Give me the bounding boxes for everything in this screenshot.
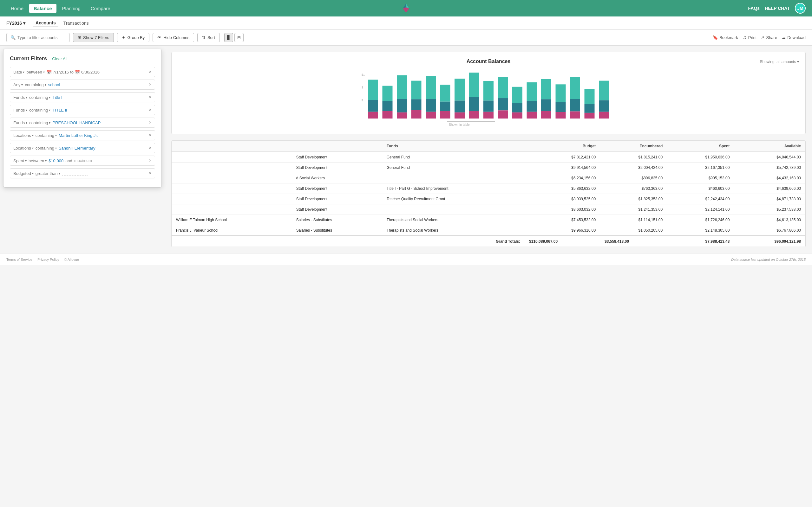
svg-rect-54 (599, 81, 609, 101)
filter-close-locations-1[interactable]: × (149, 132, 152, 138)
svg-text:Shown in table: Shown in table (449, 123, 470, 126)
fy-selector[interactable]: FY2016 ▾ (6, 20, 26, 26)
nav-planning[interactable]: Planning (58, 4, 85, 13)
nav-compare[interactable]: Compare (86, 4, 115, 13)
date-op-arrow: ▾ (43, 70, 45, 74)
table-row: Staff Development $8,603,032.00 $1,241,3… (171, 205, 805, 215)
filter-field-budgeted[interactable]: Budgeted ▾ (13, 171, 34, 176)
filter-row-spent: Spent ▾ between ▾ $10,000 and maximum × (10, 156, 155, 166)
chart-bar-button[interactable]: ▊ (224, 33, 233, 42)
share-icon: ↗ (761, 35, 764, 40)
sub-nav: FY2016 ▾ Accounts Transactions (0, 16, 812, 30)
sort-button[interactable]: ⇅ Sort (197, 33, 220, 42)
svg-rect-37 (512, 103, 522, 112)
filter-op-locations-1[interactable]: containing ▾ (36, 133, 57, 138)
col-header-funds: Funds (382, 141, 525, 152)
search-box[interactable]: 🔍 (6, 33, 70, 42)
svg-rect-13 (397, 99, 407, 112)
svg-rect-48 (570, 77, 580, 99)
show-filters-button[interactable]: ⊞ Show 7 Filters (73, 33, 114, 42)
filter-op-containing-1[interactable]: containing ▾ (25, 82, 46, 87)
filter-op-funds-2[interactable]: containing ▾ (29, 108, 50, 112)
chart-table-button[interactable]: ⊞ (235, 33, 244, 42)
col-header-available: Available (734, 141, 805, 152)
filter-row-budgeted: Budgeted ▾ greater than ▾ × (10, 168, 155, 178)
terms-link[interactable]: Terms of Service (6, 258, 32, 262)
filter-icon: ⊞ (78, 35, 81, 40)
user-avatar[interactable]: JM (795, 3, 806, 14)
bookmark-action[interactable]: 🔖 Bookmark (713, 35, 738, 40)
svg-rect-41 (527, 112, 537, 118)
filter-field-funds-2[interactable]: Funds ▾ (13, 108, 27, 112)
filter-field-funds-3[interactable]: Funds ▾ (13, 120, 27, 125)
svg-text:$1: $1 (362, 73, 365, 76)
nav-items: Home Balance Planning Compare (6, 4, 115, 13)
date-field-arrow: ▾ (23, 70, 24, 74)
svg-rect-7 (368, 100, 378, 112)
filter-close-funds-2[interactable]: × (149, 107, 152, 113)
eye-icon: 👁 (157, 35, 161, 40)
table-header-row: Funds Budget Encumbered Spent Available (171, 141, 805, 152)
filter-field-any[interactable]: Any ▾ (13, 82, 23, 87)
filter-op-funds-3[interactable]: containing ▾ (29, 120, 50, 125)
share-action[interactable]: ↗ Share (761, 35, 777, 40)
table-row: Staff Development Teacher Quality Recrui… (171, 194, 805, 205)
filter-close-funds-3[interactable]: × (149, 120, 152, 125)
chart-header: Account Balances Showing: all amounts ▾ (178, 59, 799, 64)
filter-op-budgeted[interactable]: greater than ▾ (36, 171, 60, 176)
svg-rect-21 (440, 84, 450, 101)
privacy-link[interactable]: Privacy Policy (38, 258, 59, 262)
filter-field-locations-2[interactable]: Locations ▾ (13, 146, 34, 151)
svg-text:$: $ (362, 86, 363, 89)
nav-home[interactable]: Home (6, 4, 28, 13)
nav-right: FAQs HELP CHAT JM (748, 3, 806, 14)
content-area: Account Balances Showing: all amounts ▾ … (165, 46, 812, 253)
filter-close-budgeted[interactable]: × (149, 170, 152, 176)
svg-rect-47 (556, 112, 566, 118)
filter-op-locations-2[interactable]: containing ▾ (36, 146, 57, 151)
download-action[interactable]: ☁ Download (781, 35, 806, 40)
filter-row-date: Date ▾ between ▾ 📅 7/1/2015 to 📅 6/30/20… (10, 67, 155, 77)
hide-columns-button[interactable]: 👁 Hide Columns (153, 33, 194, 42)
svg-rect-11 (383, 111, 393, 118)
filter-row-funds-2: Funds ▾ containing ▾ TITLE II × (10, 105, 155, 115)
chart-showing[interactable]: Showing: all amounts ▾ (760, 60, 799, 64)
filter-value-budgeted[interactable] (62, 171, 88, 176)
col-header-location (171, 141, 292, 152)
filter-field-spent[interactable]: Spent ▾ (13, 158, 27, 163)
filter-op-funds-1[interactable]: containing ▾ (29, 95, 50, 100)
filter-value-title2: TITLE II (52, 108, 67, 112)
filter-field-date[interactable]: Date ▾ (13, 70, 24, 74)
col-header-encumbered: Encumbered (600, 141, 667, 152)
nav-balance[interactable]: Balance (29, 4, 56, 13)
bookmark-icon: 🔖 (713, 35, 718, 40)
help-chat-link[interactable]: HELP CHAT (765, 6, 790, 11)
search-icon: 🔍 (10, 35, 15, 40)
filter-field-funds-1[interactable]: Funds ▾ (13, 95, 27, 100)
filter-close-any[interactable]: × (149, 82, 152, 88)
search-input[interactable] (17, 35, 66, 40)
filter-close-date[interactable]: × (149, 69, 152, 75)
svg-rect-45 (556, 84, 566, 102)
group-by-button[interactable]: ✦ Group By (117, 33, 149, 42)
svg-rect-19 (426, 99, 436, 112)
svg-rect-55 (599, 100, 609, 112)
sort-icon: ⇅ (202, 35, 206, 40)
grand-total-available: $96,004,121.98 (734, 236, 805, 247)
filter-value-title1: Title I (52, 95, 62, 100)
filter-close-spent[interactable]: × (149, 158, 152, 164)
filter-value-spent-to[interactable]: maximum (74, 158, 92, 163)
print-action[interactable]: 🖨 Print (743, 35, 757, 40)
faqs-link[interactable]: FAQs (748, 6, 760, 11)
filter-close-funds-1[interactable]: × (149, 95, 152, 100)
tab-accounts[interactable]: Accounts (33, 19, 58, 27)
filter-op-spent[interactable]: between ▾ (29, 158, 47, 163)
filter-row-funds-1: Funds ▾ containing ▾ Title I × (10, 92, 155, 102)
tab-transactions[interactable]: Transactions (61, 19, 91, 27)
svg-rect-22 (440, 102, 450, 111)
filter-close-locations-2[interactable]: × (149, 145, 152, 151)
filter-field-locations-1[interactable]: Locations ▾ (13, 133, 34, 138)
clear-all-button[interactable]: Clear All (52, 56, 67, 61)
filter-operator-date[interactable]: between ▾ (26, 70, 44, 74)
svg-rect-38 (512, 112, 522, 118)
